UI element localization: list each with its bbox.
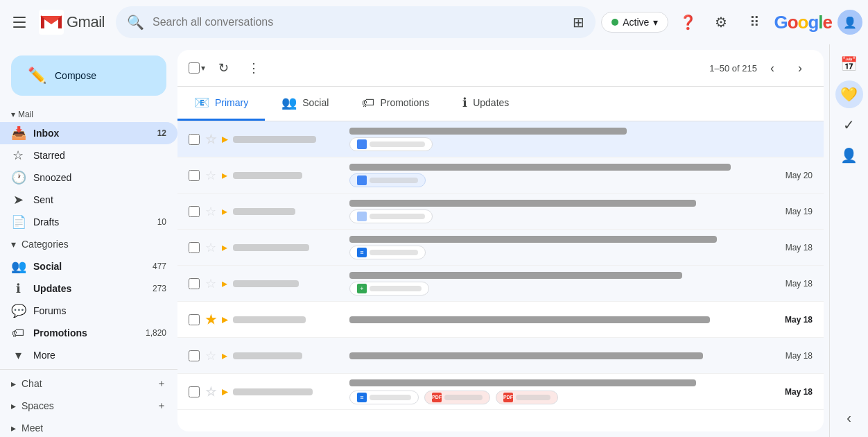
row-checkbox[interactable] bbox=[189, 170, 200, 181]
label-icon: ▸ bbox=[222, 132, 227, 146]
sheets-chip-icon: + bbox=[357, 284, 367, 293]
tab-updates[interactable]: ℹ Updates bbox=[446, 87, 526, 121]
support-button[interactable]: ❓ bbox=[674, 8, 702, 36]
table-row[interactable]: ☆ ▸ May 18 bbox=[177, 338, 824, 374]
table-row[interactable]: ☆ ▸ ≡ PDF bbox=[177, 374, 824, 410]
menu-button[interactable] bbox=[6, 8, 33, 36]
gmail-m-icon bbox=[39, 10, 64, 35]
tasks-button[interactable]: ✓ bbox=[835, 111, 863, 139]
sidebar-item-meet[interactable]: ▸ Meet bbox=[0, 417, 177, 437]
contacts-button[interactable]: 👤 bbox=[835, 142, 863, 169]
star-icon[interactable]: ★ bbox=[205, 312, 216, 327]
attachment-chip-3: PDF bbox=[496, 391, 558, 404]
user-avatar[interactable]: 👤 bbox=[837, 10, 862, 35]
mail-section-label[interactable]: ▾ Mail bbox=[0, 107, 177, 122]
main-content: ▾ ↻ ⋮ 1–50 of 215 ‹ › 📧 Primary 👥 Social bbox=[177, 50, 824, 431]
row-checkbox[interactable] bbox=[189, 314, 200, 325]
table-row[interactable]: ☆ ▸ ≡ May 18 bbox=[177, 230, 824, 266]
next-page-button[interactable]: › bbox=[788, 55, 813, 80]
expand-panel-button[interactable]: ‹ bbox=[835, 404, 863, 431]
compose-button[interactable]: ✏️ Compose bbox=[11, 55, 166, 96]
row-checkbox[interactable] bbox=[189, 278, 200, 289]
sent-label: Sent bbox=[33, 194, 166, 205]
table-row[interactable]: ☆ ▸ May 20 bbox=[177, 157, 824, 194]
spaces-add-icon[interactable]: ＋ bbox=[157, 400, 166, 412]
star-icon[interactable]: ☆ bbox=[205, 168, 216, 183]
sidebar-item-drafts[interactable]: 📄 Drafts 10 bbox=[0, 211, 177, 233]
sidebar-item-more[interactable]: ▾ More bbox=[0, 344, 177, 366]
label-icon: ▸ bbox=[222, 205, 227, 218]
sender-name bbox=[233, 136, 344, 143]
inbox-label: Inbox bbox=[33, 128, 149, 139]
categories-label[interactable]: ▾ Categories bbox=[0, 233, 177, 255]
sidebar-item-social[interactable]: 👥 Social 477 bbox=[0, 255, 177, 277]
meet-chevron-icon: ▸ bbox=[11, 422, 16, 434]
active-status-badge[interactable]: Active ▾ bbox=[601, 12, 668, 33]
table-row[interactable]: ☆ ▸ + May 18 bbox=[177, 266, 824, 302]
apps-button[interactable]: ⠿ bbox=[740, 8, 768, 36]
email-list: ☆ ▸ bbox=[177, 121, 824, 431]
primary-tab-label: Primary bbox=[215, 97, 248, 108]
sidebar-item-inbox[interactable]: 📥 Inbox 12 bbox=[0, 122, 177, 144]
categories-chevron-icon: ▾ bbox=[11, 239, 16, 250]
refresh-button[interactable]: ↻ bbox=[211, 55, 236, 80]
attachment-chip-2: PDF bbox=[424, 391, 490, 404]
email-date: May 19 bbox=[785, 207, 813, 216]
star-icon[interactable]: ☆ bbox=[205, 276, 216, 291]
table-row[interactable]: ☆ ▸ bbox=[177, 121, 824, 157]
star-icon[interactable]: ☆ bbox=[205, 348, 216, 363]
sidebar-item-forums[interactable]: 💬 Forums bbox=[0, 300, 177, 322]
sender-name bbox=[233, 352, 344, 359]
row-checkbox[interactable] bbox=[189, 350, 200, 361]
row-checkbox[interactable] bbox=[189, 386, 200, 397]
sidebar-item-spaces[interactable]: ▸ Spaces ＋ bbox=[0, 395, 177, 417]
sidebar-item-starred[interactable]: ☆ Starred bbox=[0, 144, 177, 166]
sender-name bbox=[233, 244, 344, 251]
sidebar-item-snoozed[interactable]: 🕐 Snoozed bbox=[0, 166, 177, 189]
table-row[interactable]: ☆ ▸ May 19 bbox=[177, 194, 824, 230]
active-label: Active bbox=[623, 17, 649, 28]
email-date: May 18 bbox=[785, 243, 813, 252]
row-checkbox[interactable] bbox=[189, 134, 200, 145]
row-checkbox[interactable] bbox=[189, 242, 200, 253]
more-options-button[interactable]: ⋮ bbox=[241, 55, 266, 80]
tab-promotions[interactable]: 🏷 Promotions bbox=[345, 87, 446, 121]
meet-label: Meet bbox=[21, 422, 43, 434]
table-row[interactable]: ★ ▸ May 18 bbox=[177, 302, 824, 338]
star-icon[interactable]: ☆ bbox=[205, 240, 216, 255]
calendar-button[interactable]: 📅 bbox=[835, 50, 863, 78]
star-icon[interactable]: ☆ bbox=[205, 384, 216, 400]
keep-button[interactable]: 💛 bbox=[835, 80, 863, 108]
tab-primary[interactable]: 📧 Primary bbox=[177, 87, 265, 121]
sidebar-item-promotions[interactable]: 🏷 Promotions 1,820 bbox=[0, 322, 177, 344]
sidebar-item-chat[interactable]: ▸ Chat ＋ bbox=[0, 372, 177, 395]
doc-chip-icon-2 bbox=[357, 212, 367, 221]
chat-add-icon[interactable]: ＋ bbox=[157, 377, 166, 390]
search-icon: 🔍 bbox=[127, 14, 144, 31]
star-icon[interactable]: ☆ bbox=[205, 204, 216, 219]
gmail-text: Gmail bbox=[67, 13, 105, 31]
row-checkbox[interactable] bbox=[189, 206, 200, 217]
tab-social[interactable]: 👥 Social bbox=[265, 87, 345, 121]
doc-attach-icon: ≡ bbox=[357, 393, 367, 402]
star-icon[interactable]: ☆ bbox=[205, 132, 216, 147]
google-doc-chip bbox=[349, 137, 433, 151]
sender-name bbox=[233, 280, 344, 287]
spaces-chevron-icon: ▸ bbox=[11, 400, 16, 411]
sent-icon: ➤ bbox=[11, 192, 25, 207]
search-options-icon[interactable]: ⊞ bbox=[573, 14, 584, 31]
forums-icon: 💬 bbox=[11, 303, 25, 318]
search-input[interactable] bbox=[153, 16, 564, 28]
sidebar: ✏️ Compose ▾ Mail 📥 Inbox 12 ☆ Starred 🕐… bbox=[0, 44, 177, 437]
sidebar-item-sent[interactable]: ➤ Sent bbox=[0, 189, 177, 211]
select-chevron-icon[interactable]: ▾ bbox=[201, 63, 205, 73]
mail-label: Mail bbox=[18, 110, 33, 119]
prev-page-button[interactable]: ‹ bbox=[760, 55, 785, 80]
settings-button[interactable]: ⚙ bbox=[707, 8, 735, 36]
pdf-attach-icon: PDF bbox=[432, 393, 442, 402]
email-content: ≡ PDF PDF bbox=[349, 379, 774, 404]
promotions-icon: 🏷 bbox=[11, 326, 25, 341]
categories-text: Categories bbox=[21, 239, 69, 250]
sidebar-item-updates[interactable]: ℹ Updates 273 bbox=[0, 277, 177, 300]
select-all-checkbox[interactable] bbox=[189, 62, 200, 74]
